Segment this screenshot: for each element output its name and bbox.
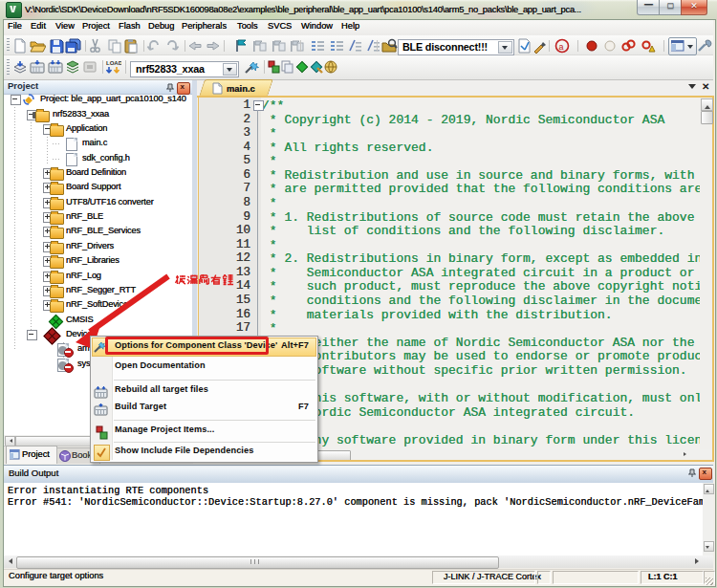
svg-text:a: a — [559, 42, 564, 52]
